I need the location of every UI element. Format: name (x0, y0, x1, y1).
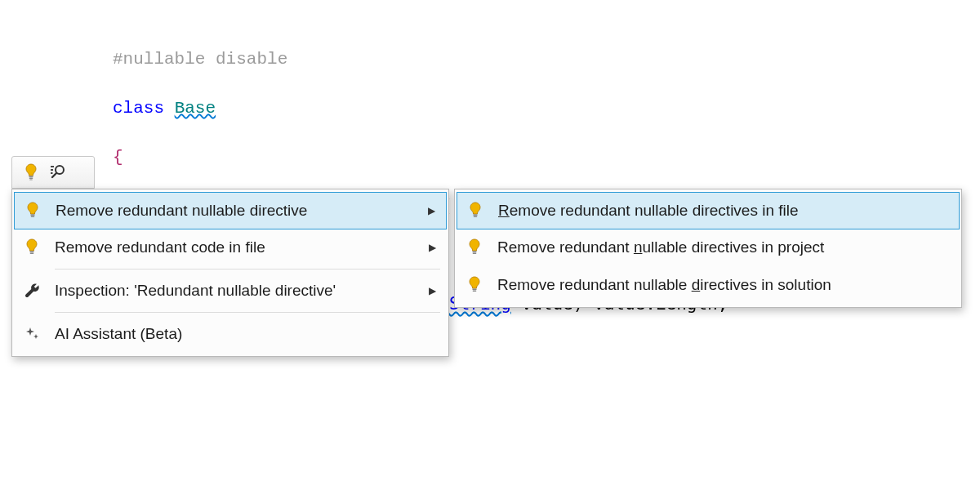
submenu-arrow-icon: ▶ (426, 205, 436, 216)
svg-rect-1 (29, 178, 33, 179)
inspect-icon[interactable] (50, 163, 66, 182)
submenu-item-file[interactable]: Remove redundant nullable directives in … (457, 192, 960, 229)
svg-line-4 (52, 173, 56, 177)
svg-rect-10 (29, 252, 33, 253)
submenu-item-solution[interactable]: Remove redundant nullable directives in … (455, 266, 961, 304)
sparkle-icon (20, 326, 43, 342)
lightbulb-icon (21, 202, 44, 220)
submenu-item-project[interactable]: Remove redundant nullable directives in … (455, 229, 961, 266)
menu-label: Remove redundant nullable directives in … (486, 238, 950, 256)
svg-rect-11 (30, 253, 34, 254)
menu-label: Remove redundant nullable directives in … (486, 276, 950, 294)
menu-label: AI Assistant (Beta) (43, 325, 437, 343)
svg-rect-15 (473, 253, 477, 254)
menu-item-ai-assistant[interactable]: AI Assistant (Beta) (12, 315, 448, 353)
wrench-icon (20, 283, 43, 299)
lightbulb-icon[interactable] (24, 163, 38, 181)
quick-fix-submenu: Remove redundant nullable directives in … (454, 189, 962, 308)
lightbulb-icon (463, 238, 486, 256)
svg-rect-13 (474, 216, 478, 217)
svg-rect-16 (472, 289, 476, 291)
menu-item-inspection[interactable]: Inspection: 'Redundant nullable directiv… (12, 272, 448, 310)
lightbulb-icon (463, 276, 486, 294)
submenu-arrow-icon: ▶ (427, 285, 437, 296)
svg-rect-12 (473, 215, 477, 216)
action-indicator[interactable] (11, 156, 95, 189)
menu-label: Remove redundant code in file (43, 238, 427, 256)
svg-rect-17 (473, 291, 477, 292)
svg-rect-14 (472, 252, 476, 253)
menu-label: Remove redundant nullable directives in … (487, 202, 949, 220)
menu-item-remove-directive[interactable]: Remove redundant nullable directive ▶ (14, 192, 447, 229)
quick-fix-menu: Remove redundant nullable directive ▶ Re… (11, 189, 449, 357)
menu-item-remove-code[interactable]: Remove redundant code in file ▶ (12, 229, 448, 266)
directive: #nullable disable (113, 50, 287, 69)
svg-rect-0 (29, 176, 33, 178)
menu-separator (55, 312, 440, 313)
class-name: Base (175, 99, 216, 118)
lightbulb-icon (464, 202, 487, 220)
svg-rect-9 (31, 216, 35, 217)
submenu-arrow-icon: ▶ (427, 242, 437, 253)
menu-label: Remove redundant nullable directive (44, 202, 426, 220)
menu-separator (55, 269, 440, 270)
svg-rect-8 (30, 215, 34, 216)
lightbulb-icon (20, 238, 43, 256)
svg-rect-2 (29, 179, 33, 180)
menu-label: Inspection: 'Redundant nullable directiv… (43, 282, 427, 300)
